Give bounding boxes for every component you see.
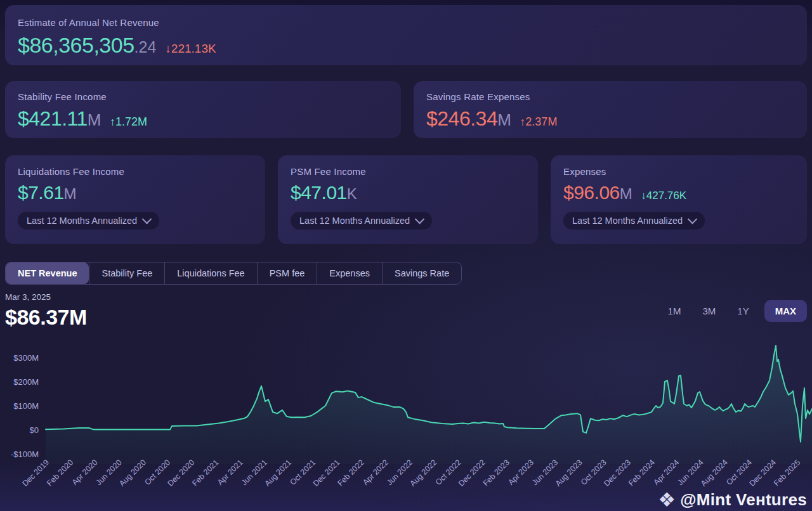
expenses-delta: ↓427.76K [641,190,686,202]
tab-net-revenue[interactable]: NET Revenue [6,262,89,284]
annual-net-revenue-delta: ↓221.13K [165,42,216,56]
metric-tabbar: NET Revenue Stability Fee Liquidations F… [5,262,462,285]
expenses-card: Expenses $96.06M ↓427.76K Last 12 Months… [551,155,807,244]
liquidations-fee-income-card: Liquidations Fee Income $7.61M Last 12 M… [5,155,265,244]
mint-ventures-logo-icon: ❖ [658,490,676,510]
tab-psm-fee[interactable]: PSM fee [257,262,317,284]
stability-fee-income-unit: M [88,110,101,130]
psm-period-dropdown[interactable]: Last 12 Months Annualized [291,212,432,230]
hovered-date: Mar 3, 2025 [5,292,87,302]
savings-rate-expenses-value: $246.34 [426,107,497,131]
expenses-title: Expenses [563,166,794,177]
chart-header: Mar 3, 2025 $86.37M 1M 3M 1Y MAX [5,292,807,330]
range-3m-button[interactable]: 3M [696,301,722,321]
savings-rate-expenses-unit: M [497,110,511,130]
savings-rate-expenses-card: Savings Rate Expenses $246.34M ↑2.37M [414,81,807,138]
tab-savings-rate[interactable]: Savings Rate [382,262,461,284]
psm-period-dropdown-label: Last 12 Months Annualized [299,216,410,226]
stability-fee-income-card: Stability Fee Income $421.11M ↑1.72M [5,81,401,138]
expenses-unit: M [620,185,632,203]
expenses-period-dropdown[interactable]: Last 12 Months Annualized [563,212,705,230]
watermark: ❖ @Mint Veнtures [658,490,807,510]
savings-rate-expenses-delta: ↑2.37M [520,115,557,129]
chevron-down-icon [142,214,152,224]
chevron-down-icon [415,214,425,224]
stability-fee-income-value: $421.11 [18,107,88,131]
tab-expenses[interactable]: Expenses [317,262,382,284]
tab-liquidations-fee[interactable]: Liquidations Fee [164,262,256,284]
psm-fee-income-unit: K [347,185,357,203]
liquidations-period-dropdown-label: Last 12 Months Annualized [27,216,137,226]
stability-fee-income-delta: ↑1.72M [110,115,147,129]
liquidations-fee-income-title: Liquidations Fee Income [18,166,252,177]
range-max-button[interactable]: MAX [764,300,807,322]
y-axis-label: $300M [13,353,39,363]
expenses-value: $96.06 [563,182,620,204]
revenue-dashboard: Estimate of Annual Net Revenue $86,365,3… [0,0,812,511]
y-axis-label: -$100M [11,450,39,459]
annual-net-revenue-title: Estimate of Annual Net Revenue [18,17,794,28]
net-revenue-chart[interactable]: $300M$200M$100M$0-$100MDec 2019Feb 2020A… [0,342,812,511]
annual-net-revenue-card: Estimate of Annual Net Revenue $86,365,3… [5,5,807,65]
psm-fee-income-title: PSM Fee Income [291,166,525,177]
hovered-value: $86.37M [5,305,87,330]
savings-rate-expenses-title: Savings Rate Expenses [426,91,794,102]
psm-fee-income-value: $47.01 [291,182,347,204]
chart-header-left: Mar 3, 2025 $86.37M [5,292,87,330]
watermark-text: @Mint Veнtures [680,490,807,510]
revenue-area-fill [46,346,812,464]
y-axis-label: $0 [30,425,39,435]
psm-fee-income-card: PSM Fee Income $47.01K Last 12 Months An… [278,155,538,244]
annual-net-revenue-decimals: .24 [134,38,157,56]
liquidations-fee-income-value: $7.61 [18,182,64,204]
liquidations-period-dropdown[interactable]: Last 12 Months Annualized [18,212,159,230]
stability-fee-income-title: Stability Fee Income [18,91,388,102]
tab-stability-fee[interactable]: Stability Fee [89,262,164,284]
chevron-down-icon [688,214,698,224]
kpi-row-3: Liquidations Fee Income $7.61M Last 12 M… [5,155,807,244]
kpi-row-2: Stability Fee Income $421.11M ↑1.72M Sav… [5,81,807,138]
range-1m-button[interactable]: 1M [662,301,688,321]
range-1y-button[interactable]: 1Y [731,301,755,321]
time-range-selector: 1M 3M 1Y MAX [662,300,807,322]
liquidations-fee-income-unit: M [64,185,77,203]
y-axis-label: $100M [13,401,39,411]
annual-net-revenue-value: $86,365,305 [18,33,134,58]
line-chart-canvas[interactable]: $300M$200M$100M$0-$100MDec 2019Feb 2020A… [0,342,812,511]
expenses-period-dropdown-label: Last 12 Months Annualized [572,216,683,226]
y-axis-label: $200M [13,377,39,387]
